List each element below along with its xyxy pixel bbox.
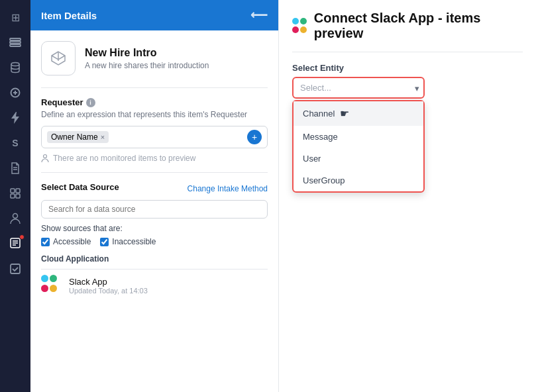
sidebar-icon-stack[interactable] [5,233,26,254]
item-subtitle: A new hire shares their introduction [85,61,209,70]
right-divider [292,52,523,52]
item-card: New Hire Intro A new hire shares their i… [41,41,268,75]
svg-point-11 [13,214,18,219]
divider-2 [41,172,268,173]
back-arrow-icon: ⟵ [250,8,268,23]
requester-input[interactable]: Owner Name × + [41,126,268,148]
add-requester-button[interactable]: + [247,130,262,144]
sidebar-icon-bolt[interactable] [5,107,26,128]
select-entity-label: Select Entity [292,63,523,73]
panel-title: Item Details [41,10,97,21]
panel-back-button[interactable]: ⟵ [250,8,268,23]
panel-header: Item Details ⟵ [30,0,278,30]
info-icon[interactable]: i [86,98,95,107]
slack-app-icon [41,275,62,296]
right-header: Connect Slack App - items preview [292,11,523,41]
svg-rect-7 [11,189,15,193]
svg-rect-0 [10,38,21,40]
inaccessible-label: Inaccessible [112,237,156,246]
entity-dropdown-menu: Channel ☛ Message User UserGroup [292,100,425,193]
dropdown-item-channel[interactable]: Channel ☛ [294,101,423,126]
svg-rect-1 [10,42,21,44]
inaccessible-checkbox-label[interactable]: Inaccessible [100,237,156,246]
svg-rect-16 [11,264,20,273]
owner-name-tag: Owner Name × [47,131,109,143]
svg-rect-9 [11,194,15,198]
accessible-label: Accessible [53,237,91,246]
svg-point-17 [44,155,47,158]
svg-rect-8 [16,189,20,193]
user-label: User [303,154,321,164]
sidebar-icon-grid2[interactable] [5,183,26,204]
cursor-icon: ☛ [340,107,349,120]
divider-1 [41,87,268,88]
sidebar-icon-person[interactable] [5,208,26,229]
dropdown-item-user[interactable]: User [294,148,423,170]
requester-section: Requester i Define an expression that re… [41,97,268,163]
no-preview-message: There are no monitored items to preview [41,154,268,163]
accessible-checkbox[interactable] [41,238,50,246]
usergroup-label: UserGroup [303,175,345,185]
requester-desc: Define an expression that represents thi… [41,110,268,119]
sidebar: ⊞ S [0,0,30,392]
sidebar-icon-grid[interactable]: ⊞ [5,7,26,28]
change-intake-link[interactable]: Change Intake Method [188,184,268,193]
item-details-panel: Item Details ⟵ New Hire Intro A new hire… [30,0,279,392]
select-entity-container: Select... ChannelMessageUserUserGroup ▾ … [292,77,425,99]
sidebar-icon-add[interactable] [5,82,26,103]
dropdown-item-usergroup[interactable]: UserGroup [294,170,423,191]
item-info: New Hire Intro A new hire shares their i… [85,47,209,70]
right-panel: Connect Slack App - items preview Select… [279,0,536,392]
data-source-header: Select Data Source Change Intake Method [41,182,268,195]
sidebar-icon-document[interactable] [5,158,26,179]
sidebar-icon-database[interactable] [5,57,26,78]
svg-rect-10 [16,194,20,198]
item-icon-box [41,41,76,75]
app-name: Slack App [69,277,148,287]
channel-label: Channel [303,109,335,119]
accessible-checkbox-label[interactable]: Accessible [41,237,91,246]
tag-close-button[interactable]: × [101,133,105,141]
select-entity-dropdown[interactable]: Select... ChannelMessageUserUserGroup [292,77,425,99]
svg-point-3 [11,63,19,66]
data-source-title: Select Data Source [41,182,119,192]
slack-header-icon [292,18,307,34]
app-updated: Updated Today, at 14:03 [69,287,148,295]
sidebar-icon-s[interactable]: S [5,132,26,154]
cloud-app-label: Cloud Application [41,254,268,264]
right-title: Connect Slack App - items preview [314,11,523,41]
slack-app-row[interactable]: Slack App Updated Today, at 14:03 [41,269,268,301]
notification-badge [19,234,25,240]
sidebar-icon-layers[interactable] [5,32,26,53]
panel-content: New Hire Intro A new hire shares their i… [30,30,278,392]
data-source-section: Select Data Source Change Intake Method … [41,182,268,301]
item-title: New Hire Intro [85,47,209,59]
requester-title: Requester i [41,97,268,107]
filter-checkboxes: Accessible Inaccessible [41,237,268,246]
message-label: Message [303,132,338,142]
data-source-search[interactable] [41,200,268,219]
inaccessible-checkbox[interactable] [100,238,109,246]
sidebar-icon-check[interactable] [5,258,26,279]
show-sources-label: Show sources that are: [41,224,268,233]
svg-rect-2 [10,44,21,46]
dropdown-item-message[interactable]: Message [294,126,423,148]
app-info: Slack App Updated Today, at 14:03 [69,277,148,295]
